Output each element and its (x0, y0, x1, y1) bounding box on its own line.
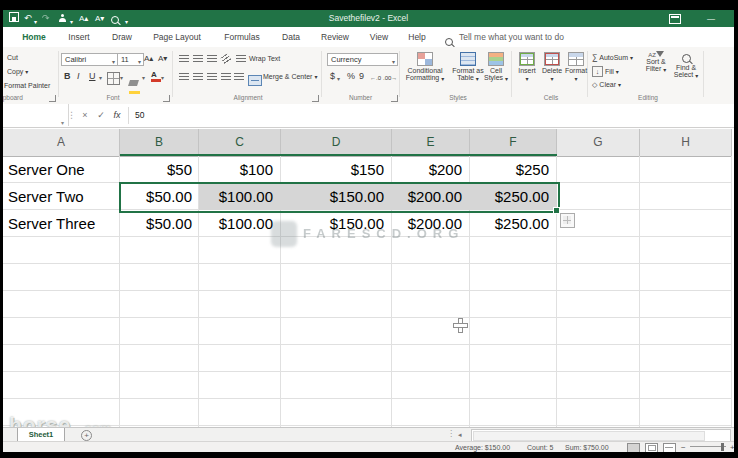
italic-button[interactable]: I (77, 71, 80, 82)
col-header-B[interactable]: B (120, 129, 199, 157)
col-header-H[interactable]: H (640, 129, 732, 157)
col-header-D[interactable]: D (281, 129, 392, 157)
formula-bar-handle-icon[interactable]: ⋮ (67, 104, 75, 126)
fill-button[interactable]: ↓ Fill ▾ (592, 66, 619, 77)
accounting-dropdown-icon[interactable]: ▾ (337, 75, 340, 82)
font-size-combo[interactable]: 11▾ (117, 53, 144, 66)
fill-handle[interactable] (553, 207, 560, 214)
increase-decimal-icon[interactable]: ←.0 (370, 74, 381, 83)
cell-D1[interactable]: $150 (281, 156, 391, 183)
grow-font-icon[interactable]: A▴ (144, 54, 153, 63)
cell-C1[interactable]: $100 (199, 156, 280, 183)
zoom-out-button[interactable]: − (681, 442, 686, 452)
format-painter-button[interactable]: Format Painter (4, 81, 50, 90)
insert-function-icon[interactable]: fx (111, 104, 123, 126)
number-launcher-icon[interactable] (391, 95, 398, 102)
view-normal-button[interactable] (627, 443, 640, 452)
cancel-icon[interactable]: × (79, 104, 91, 126)
cell-F3[interactable]: $250.00 (470, 210, 556, 237)
font-color-icon[interactable]: A (151, 70, 161, 82)
increase-indent-icon[interactable] (234, 73, 244, 81)
cell-F1[interactable]: $250 (470, 156, 556, 183)
ribbon-display-options-icon[interactable] (669, 14, 681, 27)
zoom-slider-thumb[interactable] (721, 443, 724, 451)
sheet-grid[interactable]: A B C D E F G H FARESCD.ORG Server One $… (3, 129, 734, 427)
underline-button[interactable]: U (89, 71, 96, 82)
orientation-icon[interactable] (220, 53, 231, 64)
col-header-C[interactable]: C (199, 129, 281, 157)
borders-dropdown-icon[interactable]: ▾ (120, 74, 123, 81)
percent-style-icon[interactable]: % (347, 72, 355, 81)
tab-page-layout[interactable]: Page Layout (146, 27, 208, 47)
minimize-icon[interactable]: — (707, 12, 715, 25)
cut-button[interactable]: Cut (7, 53, 18, 62)
cell-D3[interactable]: $150.00 (281, 210, 391, 237)
col-header-A[interactable]: A (3, 129, 120, 157)
conditional-formatting-button[interactable]: Conditional Formatting ▾ (402, 51, 448, 95)
tab-view[interactable]: View (364, 27, 394, 47)
align-middle-icon[interactable] (193, 55, 203, 63)
col-header-G[interactable]: G (557, 129, 640, 157)
enter-check-icon[interactable]: ✓ (95, 104, 107, 126)
tab-data[interactable]: Data (276, 27, 306, 47)
underline-dropdown-icon[interactable]: ▾ (99, 74, 102, 81)
splitter-handle-icon[interactable]: ⋮ (447, 429, 455, 438)
align-left-icon[interactable] (179, 73, 189, 81)
delete-cells-button[interactable]: Delete ▾ (540, 51, 564, 95)
clipboard-launcher-icon[interactable] (49, 95, 56, 102)
font-family-combo[interactable]: Calibri▾ (61, 53, 118, 66)
bold-button[interactable]: B (64, 71, 71, 82)
cell-A3[interactable]: Server Three (3, 210, 118, 237)
fill-color-icon[interactable] (129, 72, 140, 94)
clear-button[interactable]: ◇ Clear ▾ (592, 80, 621, 90)
alignment-launcher-icon[interactable] (312, 95, 319, 102)
sheet-tab-sheet1[interactable]: Sheet1 (17, 428, 65, 442)
autosum-button[interactable]: ∑ AutoSum ▾ (592, 53, 633, 63)
align-top-icon[interactable] (179, 55, 189, 63)
cell-E1[interactable]: $200 (392, 156, 469, 183)
view-page-break-button[interactable] (663, 443, 676, 452)
tab-insert[interactable]: Insert (61, 27, 97, 47)
formula-input[interactable]: 50 (135, 104, 335, 126)
accounting-format-icon[interactable]: $ (330, 72, 335, 81)
font-launcher-icon[interactable] (163, 95, 170, 102)
name-box[interactable]: ▾ (3, 104, 69, 126)
align-bottom-icon[interactable] (207, 55, 217, 63)
quick-analysis-button[interactable] (560, 213, 575, 228)
merge-center-button[interactable]: Merge & Center ▾ (263, 72, 317, 82)
tab-draw[interactable]: Draw (106, 27, 138, 47)
tellme-box[interactable]: Tell me what you want to do (459, 27, 564, 47)
sort-filter-button[interactable]: AZ Sort & Filter ▾ (641, 51, 671, 95)
borders-icon[interactable] (107, 72, 120, 85)
cell-C3[interactable]: $100.00 (199, 210, 280, 237)
cell-A2[interactable]: Server Two (3, 183, 118, 210)
find-select-button[interactable]: Find & Select ▾ (671, 51, 701, 95)
col-header-E[interactable]: E (392, 129, 470, 157)
font-color-dropdown-icon[interactable]: ▾ (161, 74, 164, 81)
tab-formulas[interactable]: Formulas (217, 27, 267, 47)
cell-B3[interactable]: $50.00 (120, 210, 199, 237)
cell-B1[interactable]: $50 (120, 156, 199, 183)
scroll-left-icon[interactable]: ◂ (458, 430, 462, 440)
fill-color-dropdown-icon[interactable]: ▾ (142, 74, 145, 81)
number-format-combo[interactable]: Currency▾ (327, 53, 398, 66)
tab-home[interactable]: Home (17, 27, 51, 49)
align-right-icon[interactable] (207, 73, 217, 81)
new-sheet-button[interactable]: + (81, 430, 92, 441)
decrease-decimal-icon[interactable]: .00→ (383, 74, 397, 83)
horizontal-scroll-thumb[interactable] (473, 431, 705, 441)
cell-A1[interactable]: Server One (3, 156, 118, 183)
decrease-indent-icon[interactable] (221, 73, 231, 81)
wrap-text-button[interactable]: Wrap Text (249, 54, 280, 63)
zoom-in-button[interactable]: + (730, 442, 734, 452)
tab-review[interactable]: Review (315, 27, 355, 47)
format-cells-button[interactable]: Format ▾ (564, 51, 588, 95)
tab-help[interactable]: Help (403, 27, 431, 47)
col-header-F[interactable]: F (470, 129, 557, 157)
cell-styles-button[interactable]: Cell Styles ▾ (480, 51, 512, 95)
insert-cells-button[interactable]: Insert ▾ (515, 51, 539, 95)
shrink-font-icon[interactable]: A▾ (158, 54, 167, 63)
view-page-layout-button[interactable] (645, 443, 658, 452)
cell-E3[interactable]: $200.00 (392, 210, 469, 237)
align-center-icon[interactable] (193, 73, 203, 81)
